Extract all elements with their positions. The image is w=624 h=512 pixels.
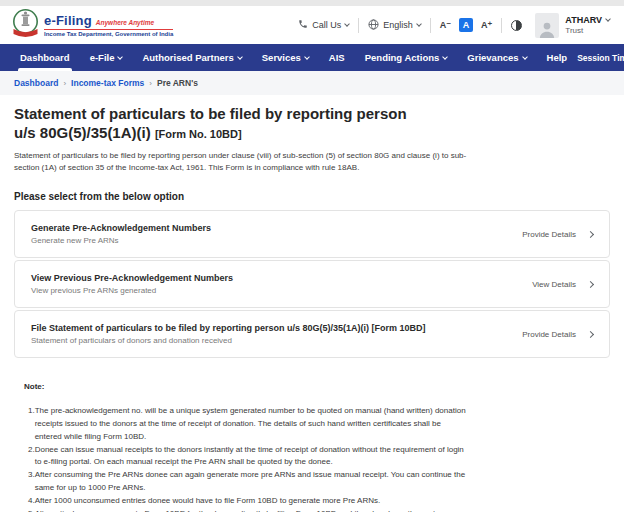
call-us-label: Call Us — [312, 20, 341, 30]
divider — [430, 18, 431, 33]
breadcrumb: Dashboard › Income-tax Forms › Pre ARN's — [0, 71, 624, 95]
chevron-down-icon — [237, 54, 243, 60]
brand-tagline: Anywhere Anytime — [96, 19, 154, 26]
provide-details-link[interactable]: Provide Details — [522, 330, 593, 339]
card-action-label: Provide Details — [522, 330, 576, 339]
nav-label: Help — [547, 52, 568, 63]
chevron-down-icon — [605, 16, 611, 22]
chevron-down-icon — [304, 54, 310, 60]
nav-label: e-File — [90, 52, 115, 63]
card-view-previous-pre-arn[interactable]: View Previous Pre-Acknowledgement Number… — [14, 260, 610, 308]
breadcrumb-income-tax-forms[interactable]: Income-tax Forms — [71, 78, 144, 88]
nav-label: Authorised Partners — [142, 52, 233, 63]
note-list: 1. The pre-acknowledgement no. will be a… — [28, 405, 610, 512]
chevron-down-icon — [344, 21, 350, 27]
user-name: ATHARV — [565, 15, 602, 25]
font-normal-button[interactable]: A — [459, 18, 473, 32]
header-controls: Call Us English A⁻ A A⁺ — [298, 13, 610, 38]
chevron-down-icon — [416, 21, 422, 27]
note-text: After consuming the Pre ARNs donee can a… — [35, 469, 467, 495]
page-description: Statement of particulars to be filed by … — [14, 150, 476, 175]
language-label: English — [383, 20, 413, 30]
note-number: 3. — [28, 469, 35, 495]
user-role: Trust — [565, 26, 610, 35]
nav-authorised-partners[interactable]: Authorised Partners — [132, 44, 251, 71]
note-item: 3. After consuming the Pre ARNs donee ca… — [28, 469, 610, 495]
divider — [501, 18, 502, 33]
font-size-controls: A⁻ A A⁺ — [440, 18, 493, 32]
chevron-down-icon — [118, 54, 124, 60]
card-subtitle: View previous Pre ARNs generated — [31, 286, 233, 295]
page-title-line1: Statement of particulars to be filed by … — [14, 105, 407, 122]
card-file-form-10bd[interactable]: File Statement of particulars to be file… — [14, 310, 610, 358]
nav-label: Pending Actions — [365, 52, 440, 63]
view-details-link[interactable]: View Details — [532, 280, 593, 289]
globe-icon — [368, 19, 379, 32]
main-navbar: Dashboard e-File Authorised Partners Ser… — [0, 44, 624, 71]
chevron-right-icon — [587, 281, 594, 288]
card-action-label: Provide Details — [522, 230, 576, 239]
logo-text: e-Filing Anywhere Anytime Income Tax Dep… — [44, 13, 173, 38]
note-text: Alternatively you can generate Form 10BE… — [35, 508, 467, 512]
font-decrease-button[interactable]: A⁻ — [440, 20, 451, 30]
note-item: 2. Donee can issue manual receipts to th… — [28, 444, 610, 470]
language-menu[interactable]: English — [368, 19, 421, 32]
select-option-heading: Please select from the below option — [14, 191, 610, 202]
note-number: 1. — [28, 405, 35, 443]
chevron-down-icon — [522, 54, 528, 60]
header: e-Filing Anywhere Anytime Income Tax Dep… — [0, 6, 624, 44]
note-number: 5. — [28, 508, 35, 512]
efiling-portal-page: e-Filing Anywhere Anytime Income Tax Dep… — [0, 0, 624, 512]
card-text: View Previous Pre-Acknowledgement Number… — [31, 273, 233, 295]
chevron-down-icon — [442, 54, 448, 60]
page-title: Statement of particulars to be filed by … — [14, 105, 610, 143]
card-title: View Previous Pre-Acknowledgement Number… — [31, 273, 233, 283]
provide-details-link[interactable]: Provide Details — [522, 230, 593, 239]
card-title: Generate Pre-Acknowledgement Numbers — [31, 223, 211, 233]
page-title-line2: u/s 80G(5)/35(1A)(i) — [14, 124, 151, 141]
department-name: Income Tax Department, Government of Ind… — [44, 31, 173, 37]
nav-efile[interactable]: e-File — [80, 44, 133, 71]
national-emblem-icon — [12, 8, 39, 43]
form-number-tag: [Form No. 10BD] — [155, 128, 242, 140]
breadcrumb-dashboard[interactable]: Dashboard — [14, 78, 58, 88]
note-item: 5. Alternatively you can generate Form 1… — [28, 508, 610, 512]
font-increase-button[interactable]: A⁺ — [481, 20, 492, 30]
card-subtitle: Statement of particulars of donors and d… — [31, 336, 426, 345]
nav-ais[interactable]: AIS — [319, 44, 355, 71]
note-item: 4. After 1000 unconsumed entries donee w… — [28, 495, 610, 508]
contrast-toggle-icon[interactable] — [511, 20, 522, 31]
note-number: 4. — [28, 495, 35, 508]
nav-label: Services — [262, 52, 301, 63]
nav-label: Dashboard — [20, 52, 70, 63]
card-generate-pre-arn[interactable]: Generate Pre-Acknowledgement Numbers Gen… — [14, 210, 610, 258]
efiling-logo[interactable]: e-Filing Anywhere Anytime Income Tax Dep… — [12, 8, 173, 43]
note-heading: Note: — [24, 382, 610, 391]
note-text: The pre-acknowledgement no. will be a un… — [35, 405, 467, 443]
nav-pending-actions[interactable]: Pending Actions — [355, 44, 458, 71]
note-item: 1. The pre-acknowledgement no. will be a… — [28, 405, 610, 443]
avatar — [535, 13, 559, 38]
phone-icon — [298, 19, 308, 31]
nav-label: Grievances — [467, 52, 518, 63]
option-cards: Generate Pre-Acknowledgement Numbers Gen… — [14, 210, 610, 358]
chevron-right-icon — [587, 331, 594, 338]
card-text: File Statement of particulars to be file… — [31, 323, 426, 345]
chevron-right-icon — [587, 231, 594, 238]
breadcrumb-separator-icon: › — [63, 79, 66, 88]
nav-dashboard[interactable]: Dashboard — [10, 44, 80, 71]
breadcrumb-pre-arns: Pre ARN's — [157, 78, 198, 88]
session-time-label: Session Time — [577, 53, 624, 63]
session-timer: Session Time 1 3 — [577, 44, 624, 71]
card-subtitle: Generate new Pre ARNs — [31, 236, 211, 245]
card-text: Generate Pre-Acknowledgement Numbers Gen… — [31, 223, 211, 245]
main-content: Statement of particulars to be filed by … — [0, 95, 624, 512]
nav-grievances[interactable]: Grievances — [457, 44, 536, 71]
nav-services[interactable]: Services — [252, 44, 319, 71]
call-us-menu[interactable]: Call Us — [298, 19, 349, 31]
card-title: File Statement of particulars to be file… — [31, 323, 426, 333]
breadcrumb-separator-icon: › — [149, 79, 152, 88]
nav-help[interactable]: Help — [537, 44, 578, 71]
divider — [358, 18, 359, 33]
user-menu[interactable]: ATHARV Trust — [535, 13, 610, 38]
